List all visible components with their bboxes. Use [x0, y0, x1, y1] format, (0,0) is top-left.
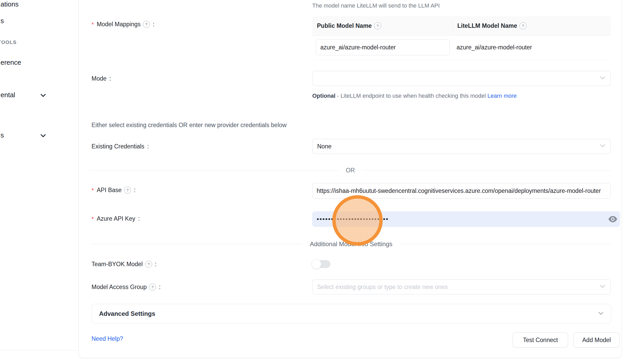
credentials-note: Either select existing credentials OR en…	[92, 122, 287, 129]
team-byok-label: Team-BYOK Model ? :	[92, 260, 157, 269]
advanced-settings-panel[interactable]: Advanced Settings	[92, 304, 611, 324]
mode-select[interactable]	[312, 71, 611, 86]
chevron-down-icon	[599, 283, 606, 291]
chevron-down-icon	[597, 310, 604, 318]
existing-credentials-label: Existing Credentials :	[92, 142, 149, 151]
existing-credentials-value: None	[317, 143, 331, 150]
sidebar-item-organizations[interactable]: ations	[1, 0, 18, 9]
azure-api-key-label: * Azure API Key :	[92, 214, 140, 223]
mode-extra-hint: Optional - LiteLLM endpoint to use when …	[312, 91, 524, 101]
sidebar-item-settings[interactable]: s	[1, 130, 4, 140]
api-base-label: * API Base ? :	[92, 186, 135, 194]
help-icon[interactable]: ?	[374, 22, 381, 29]
chevron-down-icon[interactable]	[39, 91, 47, 101]
model-mappings-label: * Model Mappings ? :	[92, 20, 154, 29]
api-base-input[interactable]	[312, 183, 611, 199]
model-access-group-label: Model Access Group ? :	[92, 283, 161, 291]
sidebar-section-tools: TOOLS	[0, 38, 17, 47]
sidebar-item-inference[interactable]: erence	[1, 58, 21, 67]
sidebar-item-experimental[interactable]: ental	[1, 90, 15, 100]
toggle-knob	[311, 259, 321, 269]
litellm-model-name-header: LiteLLM Model Name ?	[457, 21, 526, 30]
existing-credentials-select[interactable]: None	[312, 139, 611, 154]
litellm-add-model-page: { "ui": { "required_mark": "*", "colon":…	[0, 0, 644, 360]
chevron-down-icon	[599, 74, 606, 83]
required-asterisk: *	[92, 21, 94, 28]
help-icon[interactable]: ?	[149, 284, 156, 291]
mode-label: Mode :	[92, 74, 111, 83]
add-model-button[interactable]: Add Model	[574, 332, 620, 348]
public-model-name-input[interactable]	[316, 39, 450, 55]
table-row-border	[312, 59, 611, 60]
or-divider: OR	[90, 165, 611, 175]
api-key-masked-value	[317, 218, 388, 220]
help-icon[interactable]: ?	[124, 187, 131, 194]
help-icon[interactable]: ?	[143, 21, 150, 28]
litellm-model-name-value: azure_ai/azure-model-router	[457, 43, 532, 52]
required-asterisk: *	[92, 187, 94, 194]
add-model-form-card: The model name LiteLLM will send to the …	[79, 0, 622, 358]
table-column-divider	[453, 21, 453, 31]
required-asterisk: *	[92, 216, 94, 223]
advanced-settings-title: Advanced Settings	[92, 310, 155, 317]
sidebar-item-1[interactable]: s	[1, 16, 4, 25]
model-access-group-select[interactable]: Select existing groups or type to create…	[312, 279, 611, 294]
azure-api-key-input[interactable]	[312, 211, 620, 227]
additional-settings-divider: Additional Model Info Settings	[92, 239, 611, 249]
need-help-link[interactable]: Need Help?	[92, 335, 123, 342]
sidebar-divider	[0, 350, 77, 350]
chevron-down-icon[interactable]	[39, 132, 47, 141]
model-name-hint: The model name LiteLLM will send to the …	[312, 2, 440, 9]
help-icon[interactable]: ?	[145, 261, 152, 268]
sidebar: ations s TOOLS erence ental s	[0, 0, 78, 360]
public-model-name-header: Public Model Name ?	[317, 21, 381, 30]
eye-icon[interactable]	[608, 215, 617, 223]
test-connect-button[interactable]: Test Connect	[513, 332, 568, 348]
model-access-group-placeholder: Select existing groups or type to create…	[317, 284, 448, 291]
chevron-down-icon	[599, 142, 606, 151]
learn-more-link[interactable]: Learn more	[487, 93, 517, 99]
help-icon[interactable]: ?	[519, 22, 526, 29]
team-byok-toggle[interactable]	[312, 260, 330, 268]
